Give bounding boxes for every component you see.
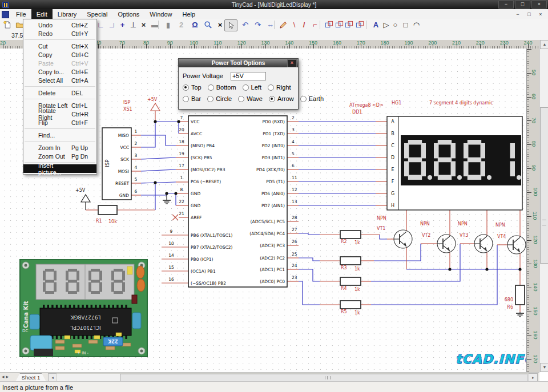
svg-text:+ IN -: + IN - <box>77 351 89 355</box>
block-rotate-icon[interactable] <box>354 19 366 30</box>
ruler-number: 190 <box>404 40 413 46</box>
document-icon[interactable] <box>2 11 9 18</box>
position-radio-bottom[interactable]: Bottom <box>208 84 236 91</box>
resistor-r6[interactable]: 680R6 <box>505 285 525 310</box>
rotate-left-icon[interactable]: ↶ <box>239 19 251 30</box>
menu-item-delete[interactable]: DeleteDEL <box>23 88 96 97</box>
arc-tool-icon[interactable]: ◠ <box>410 19 422 30</box>
style-radio-wave[interactable]: Wave <box>238 95 263 102</box>
menu-item-redo[interactable]: RedoCtrl+Y <box>23 29 96 38</box>
transistor-vt3[interactable]: NPNVT3 <box>458 221 493 253</box>
draw-bus-icon[interactable]: ∟ <box>106 19 118 30</box>
menu-item-find[interactable]: Find... <box>23 131 96 139</box>
led-display[interactable]: ABCDEFGHHG17 segment 4 digits dynamic <box>387 100 522 210</box>
ruler-horizontal-icon[interactable]: ▬ <box>149 19 161 30</box>
horizontal-scroll-thumb[interactable] <box>120 374 527 382</box>
position-radio-left[interactable]: Left <box>243 84 261 91</box>
svg-text:B: B <box>391 131 394 136</box>
menubar-item-window[interactable]: Window <box>144 9 177 19</box>
vertical-scroll-thumb[interactable] <box>540 107 548 264</box>
ruler-number: 160 <box>533 330 538 339</box>
menu-item-paste[interactable]: PasteCtrl+V <box>23 59 96 67</box>
transistor-vt1[interactable]: NPNVT1 <box>377 216 412 248</box>
transistor-vt2[interactable]: NPNVT2 <box>420 221 456 253</box>
resistor-r5[interactable]: R51k <box>340 301 361 316</box>
resistor-r3[interactable]: R31k <box>340 257 361 272</box>
menubar-item-special[interactable]: Special <box>82 9 112 19</box>
menubar-item-edit[interactable]: Edit <box>31 9 53 19</box>
svg-text:5: 5 <box>292 151 295 156</box>
ruler-number: 200 <box>428 40 437 46</box>
zoom-icon[interactable] <box>202 19 214 30</box>
symbol-omega-icon[interactable]: Ω <box>189 19 201 30</box>
new-file-icon[interactable] <box>1 19 13 30</box>
menubar-item-file[interactable]: File <box>11 9 31 19</box>
minimize-icon[interactable]: − <box>498 1 514 9</box>
draw-rpolyline-icon[interactable]: ⌐ <box>309 19 321 30</box>
svg-text:DD1: DD1 <box>352 110 362 115</box>
menubar-item-help[interactable]: Help <box>177 9 200 19</box>
dialog-close-icon[interactable]: × <box>287 59 297 67</box>
ruler-vertical-icon[interactable]: ▮ <box>162 19 174 30</box>
menu-item-copy-to[interactable]: Copy to...Ctrl+E <box>23 67 96 76</box>
draw-diagonal-icon[interactable]: / <box>298 19 310 30</box>
mdi-restore-icon[interactable]: □ <box>525 11 533 17</box>
position-radio-top[interactable]: Top <box>183 84 202 91</box>
menu-item-insert-picture[interactable]: Insert picture... <box>23 164 96 173</box>
menubar-item-options[interactable]: Options <box>112 9 144 19</box>
annotation-icon[interactable]: 2 <box>175 19 187 30</box>
style-radio-arrow[interactable]: Arrow <box>269 95 294 102</box>
svg-text:Cana Kit: Cana Kit <box>23 301 29 328</box>
menu-item-undo[interactable]: UndoCtrl+Z <box>23 21 96 29</box>
svg-text:9: 9 <box>170 229 173 234</box>
style-radio-earth[interactable]: Earth <box>300 95 324 102</box>
junction-icon[interactable]: + <box>116 19 128 30</box>
svg-text:5: 5 <box>135 177 138 182</box>
menu-item-zoom-out[interactable]: Zoom OutPg Dn <box>23 152 96 160</box>
svg-text:XS1: XS1 <box>123 107 132 112</box>
svg-text:PB7 (XTAL2/TOSC2): PB7 (XTAL2/TOSC2) <box>191 245 233 250</box>
menu-item-cut[interactable]: CutCtrl+X <box>23 42 96 50</box>
svg-text:1k: 1k <box>354 240 360 245</box>
resistor-r4[interactable]: R41k <box>340 277 361 292</box>
no-connect-icon[interactable]: × <box>138 19 150 30</box>
power-voltage-input[interactable] <box>231 72 266 80</box>
isp-connector[interactable]: ISPMISO1VCC2SCK3MOSI4RESET5GND6ISPXS1 <box>102 100 138 200</box>
menubar-item-library[interactable]: Library <box>53 9 82 19</box>
svg-text:PD6 (ANI0): PD6 (ANI0) <box>261 191 285 196</box>
svg-text:7 segment 4 digits dynamic: 7 segment 4 digits dynamic <box>429 100 493 106</box>
svg-text:25: 25 <box>292 252 297 257</box>
menu-item-zoom-in[interactable]: Zoom InPg Up <box>23 143 96 152</box>
window-title: TinyCad - [MultiDigitLedDisplay *] <box>232 2 317 8</box>
svg-text:(ADC1) PC1: (ADC1) PC1 <box>260 267 285 272</box>
svg-text:R1: R1 <box>96 219 102 224</box>
select-cursor-icon[interactable] <box>224 19 237 31</box>
scroll-up-button[interactable]: ▲ <box>540 40 548 49</box>
resistor-r2[interactable]: R21k <box>340 231 361 245</box>
transistor-vt4[interactable]: NPNVT4 <box>495 223 526 254</box>
restore-icon[interactable]: □ <box>515 1 530 9</box>
menu-item-rotate-right[interactable]: Rotate RightCtrl+R <box>23 110 96 118</box>
tab-nav-arrows[interactable]: ◂▸ <box>2 374 10 379</box>
vertical-scrollbar[interactable]: ▲ ▼ <box>539 40 548 372</box>
ruler-number: 140 <box>285 40 293 46</box>
mdi-close-icon[interactable]: × <box>537 11 545 17</box>
block-move-icon[interactable] <box>343 19 355 30</box>
menu-item-copy[interactable]: CopyCtrl+C <box>23 50 96 59</box>
style-radio-circle[interactable]: Circle <box>207 95 232 102</box>
svg-text:PD0 (RXD): PD0 (RXD) <box>263 119 285 124</box>
svg-text:VT1: VT1 <box>377 226 385 231</box>
position-radio-right[interactable]: Right <box>268 84 291 91</box>
draw-polyline-icon[interactable] <box>277 19 289 30</box>
svg-text:(~SS/OC1B) PB2: (~SS/OC1B) PB2 <box>191 281 226 286</box>
ruler-number: 80 <box>143 40 149 46</box>
style-radio-bar[interactable]: Bar <box>183 95 201 102</box>
scroll-down-button[interactable]: ▼ <box>540 363 548 372</box>
rotate-right-icon[interactable]: ↷ <box>252 19 264 30</box>
close-icon[interactable]: × <box>531 1 547 9</box>
mdi-minimize-icon[interactable]: − <box>514 11 522 17</box>
dialog-title-bar[interactable]: Power Tool Options × <box>179 59 298 67</box>
rectangle-tool-icon[interactable]: □ <box>400 19 412 30</box>
menu-item-select-all[interactable]: Select AllCtrl+A <box>23 76 96 84</box>
resistor-r1[interactable]: R110k <box>96 205 117 224</box>
